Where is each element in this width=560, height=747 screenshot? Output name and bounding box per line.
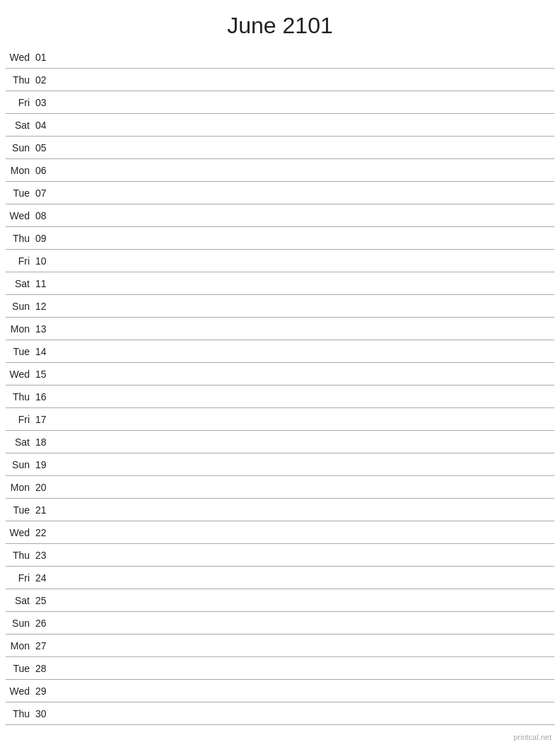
day-line (54, 374, 554, 374)
day-line (54, 713, 554, 714)
day-row: Fri10 (6, 250, 554, 272)
day-name: Sat (6, 436, 34, 448)
day-row: Mon27 (6, 635, 554, 657)
day-line (54, 102, 554, 103)
day-name: Mon (6, 482, 34, 493)
day-name: Thu (6, 550, 34, 561)
day-line (54, 464, 554, 465)
day-row: Sat25 (6, 589, 554, 612)
day-row: Fri03 (6, 91, 554, 114)
day-line (54, 147, 554, 148)
day-line (54, 509, 554, 510)
day-name: Wed (6, 52, 34, 63)
day-name: Tue (6, 663, 34, 674)
day-number: 08 (34, 210, 54, 221)
day-row: Mon20 (6, 476, 554, 499)
calendar-grid: Wed01Thu02Fri03Sat04Sun05Mon06Tue07Wed08… (0, 46, 560, 725)
day-line (54, 622, 554, 623)
day-number: 28 (34, 663, 54, 674)
day-row: Mon06 (6, 159, 554, 182)
day-number: 15 (34, 369, 54, 380)
day-name: Thu (6, 708, 34, 719)
day-line (54, 600, 554, 601)
day-number: 18 (34, 436, 54, 448)
day-line (54, 577, 554, 578)
day-name: Sat (6, 595, 34, 606)
day-name: Mon (6, 640, 34, 652)
day-number: 20 (34, 482, 54, 493)
day-row: Tue14 (6, 340, 554, 363)
day-number: 09 (34, 233, 54, 244)
day-row: Fri24 (6, 567, 554, 589)
day-row: Sun26 (6, 612, 554, 635)
day-number: 21 (34, 504, 54, 516)
day-number: 25 (34, 595, 54, 606)
day-line (54, 532, 554, 533)
day-row: Wed08 (6, 204, 554, 227)
day-line (54, 79, 554, 80)
day-number: 17 (34, 414, 54, 425)
day-name: Tue (6, 504, 34, 516)
day-name: Sat (6, 278, 34, 289)
day-number: 02 (34, 74, 54, 86)
day-row: Sun19 (6, 453, 554, 476)
day-number: 13 (34, 323, 54, 335)
day-line (54, 668, 554, 668)
day-line (54, 306, 554, 306)
day-row: Wed22 (6, 521, 554, 544)
day-line (54, 690, 554, 691)
day-number: 27 (34, 640, 54, 652)
day-row: Wed01 (6, 46, 554, 69)
day-name: Fri (6, 572, 34, 584)
day-row: Tue07 (6, 182, 554, 204)
day-number: 23 (34, 550, 54, 561)
day-number: 11 (34, 278, 54, 289)
day-number: 01 (34, 52, 54, 63)
day-name: Wed (6, 210, 34, 221)
day-line (54, 238, 554, 238)
day-name: Sun (6, 618, 34, 629)
day-name: Thu (6, 391, 34, 403)
day-name: Sun (6, 301, 34, 312)
day-name: Sun (6, 142, 34, 154)
day-line (54, 645, 554, 646)
day-number: 30 (34, 708, 54, 719)
day-name: Fri (6, 255, 34, 267)
day-number: 10 (34, 255, 54, 267)
day-row: Sat11 (6, 272, 554, 295)
watermark: printcal.net (513, 733, 552, 741)
day-name: Fri (6, 97, 34, 108)
day-row: Tue21 (6, 499, 554, 521)
day-number: 07 (34, 187, 54, 199)
day-number: 06 (34, 165, 54, 176)
day-row: Tue28 (6, 657, 554, 680)
day-number: 26 (34, 618, 54, 629)
day-row: Thu23 (6, 544, 554, 567)
day-line (54, 57, 554, 57)
day-line (54, 260, 554, 261)
day-number: 19 (34, 459, 54, 470)
day-number: 05 (34, 142, 54, 154)
day-name: Wed (6, 369, 34, 380)
day-number: 03 (34, 97, 54, 108)
day-row: Thu16 (6, 386, 554, 408)
day-name: Mon (6, 165, 34, 176)
day-number: 29 (34, 685, 54, 697)
day-row: Sun12 (6, 295, 554, 318)
day-name: Thu (6, 74, 34, 86)
day-number: 14 (34, 346, 54, 357)
day-name: Sun (6, 459, 34, 470)
day-name: Fri (6, 414, 34, 425)
page-title: June 2101 (0, 0, 560, 46)
day-name: Mon (6, 323, 34, 335)
day-row: Wed15 (6, 363, 554, 386)
day-line (54, 192, 554, 193)
day-number: 04 (34, 120, 54, 131)
day-line (54, 396, 554, 397)
day-line (54, 351, 554, 352)
day-number: 24 (34, 572, 54, 584)
day-row: Sat04 (6, 114, 554, 137)
day-name: Tue (6, 346, 34, 357)
day-row: Wed29 (6, 680, 554, 702)
day-row: Thu02 (6, 69, 554, 91)
